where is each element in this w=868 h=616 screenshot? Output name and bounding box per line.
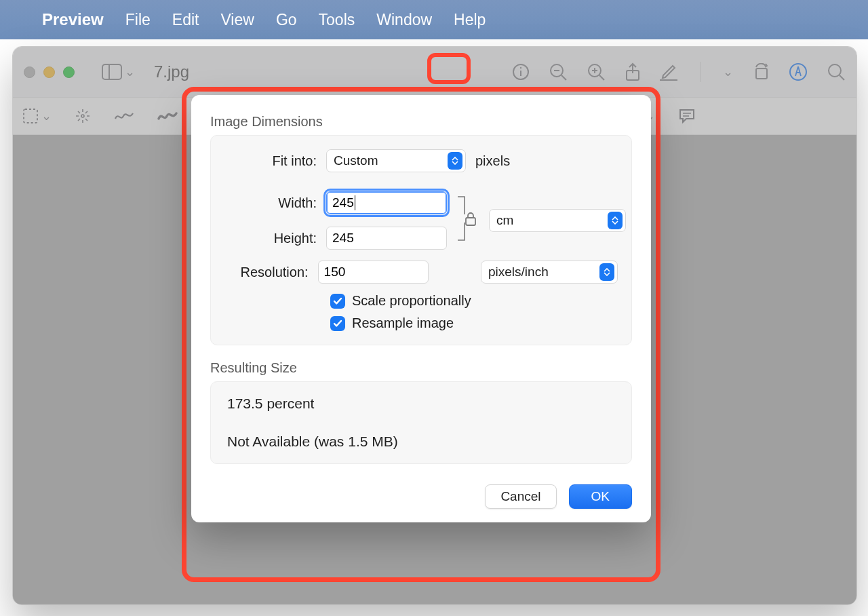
svg-rect-14 <box>756 69 767 79</box>
svg-point-15 <box>790 64 806 80</box>
image-dimensions-panel: Fit into: Custom pixels Width: 245 <box>210 135 632 345</box>
macos-menu-bar: Preview File Edit View Go Tools Window H… <box>0 0 868 39</box>
menu-go[interactable]: Go <box>276 11 297 29</box>
resolution-unit-value: pixels/inch <box>488 265 549 280</box>
menu-file[interactable]: File <box>125 11 151 29</box>
window-titlebar: ⌄ 7.jpg ⌄ <box>13 47 856 97</box>
menu-view[interactable]: View <box>220 11 254 29</box>
svg-rect-18 <box>24 109 37 123</box>
svg-line-25 <box>85 119 87 121</box>
adjust-size-dialog: Image Dimensions Fit into: Custom pixels… <box>191 95 651 522</box>
width-height-unit-select[interactable]: cm <box>489 209 626 232</box>
svg-point-16 <box>829 64 841 77</box>
svg-line-27 <box>85 111 87 113</box>
close-window-button[interactable] <box>24 66 35 78</box>
result-filesize-text: Not Available (was 1.5 MB) <box>227 434 615 450</box>
resulting-size-panel: 173.5 percent Not Available (was 1.5 MB) <box>210 381 632 464</box>
instant-alpha-button[interactable] <box>71 105 95 127</box>
width-input[interactable]: 245 <box>326 191 447 214</box>
svg-line-17 <box>840 75 844 80</box>
wh-unit-value: cm <box>496 213 513 228</box>
fit-into-value: Custom <box>334 153 378 168</box>
svg-line-26 <box>78 119 80 121</box>
menu-edit[interactable]: Edit <box>172 11 199 29</box>
resample-image-label: Resample image <box>352 315 454 331</box>
resolution-input[interactable]: 150 <box>318 261 429 284</box>
height-input[interactable]: 245 <box>326 227 447 250</box>
image-dimensions-label: Image Dimensions <box>210 114 632 130</box>
menu-help[interactable]: Help <box>454 11 486 29</box>
fit-into-label: Fit into: <box>224 153 317 169</box>
scale-proportionally-checkbox[interactable] <box>330 294 345 309</box>
share-icon[interactable] <box>625 62 641 81</box>
rotate-icon[interactable] <box>752 63 770 81</box>
menu-tools[interactable]: Tools <box>319 11 355 29</box>
zoom-out-icon[interactable] <box>549 62 568 81</box>
select-stepper-icon <box>448 152 462 170</box>
cancel-button[interactable]: Cancel <box>485 484 556 509</box>
sidebar-toggle-button[interactable]: ⌄ <box>102 64 135 80</box>
resulting-size-label: Resulting Size <box>210 360 632 376</box>
fit-into-select[interactable]: Custom <box>326 149 466 172</box>
svg-line-24 <box>78 111 80 113</box>
dialog-button-row: Cancel OK <box>210 484 632 509</box>
select-stepper-icon <box>599 263 614 281</box>
annotate-note-button[interactable] <box>674 106 700 126</box>
chevron-down-icon: ⌄ <box>125 64 135 79</box>
svg-line-6 <box>561 75 566 80</box>
chevron-down-icon: ⌄ <box>41 109 52 123</box>
scale-proportionally-label: Scale proportionally <box>352 293 471 309</box>
markup-circle-icon[interactable] <box>789 62 808 81</box>
menu-app-name[interactable]: Preview <box>42 10 104 29</box>
svg-point-19 <box>81 115 84 117</box>
height-label: Height: <box>224 231 317 246</box>
menu-window[interactable]: Window <box>376 11 432 29</box>
select-stepper-icon <box>608 212 623 229</box>
svg-line-9 <box>599 75 604 80</box>
selection-tool-button[interactable]: ⌄ <box>18 105 56 127</box>
sketch-tool-button[interactable] <box>110 107 138 126</box>
chevron-down-icon[interactable]: ⌄ <box>723 64 733 79</box>
minimize-window-button[interactable] <box>43 66 55 78</box>
resolution-unit-select[interactable]: pixels/inch <box>481 261 618 284</box>
document-title: 7.jpg <box>154 62 189 81</box>
svg-point-4 <box>520 67 521 69</box>
info-icon[interactable] <box>512 63 530 81</box>
markup-pencil-icon[interactable] <box>660 63 679 81</box>
traffic-lights <box>24 66 75 78</box>
resolution-label: Resolution: <box>224 265 309 280</box>
svg-rect-0 <box>102 64 121 79</box>
result-percent-text: 173.5 percent <box>227 396 615 412</box>
zoom-in-icon[interactable] <box>587 62 606 81</box>
zoom-window-button[interactable] <box>63 66 75 78</box>
separator <box>701 62 701 82</box>
ok-button[interactable]: OK <box>569 484 632 509</box>
width-label: Width: <box>224 195 317 211</box>
draw-tool-button[interactable] <box>153 107 182 126</box>
fit-into-unit-suffix: pixels <box>475 153 510 169</box>
titlebar-tool-icons: ⌄ <box>512 62 846 82</box>
search-icon[interactable] <box>827 62 846 81</box>
resample-image-checkbox[interactable] <box>330 316 345 331</box>
